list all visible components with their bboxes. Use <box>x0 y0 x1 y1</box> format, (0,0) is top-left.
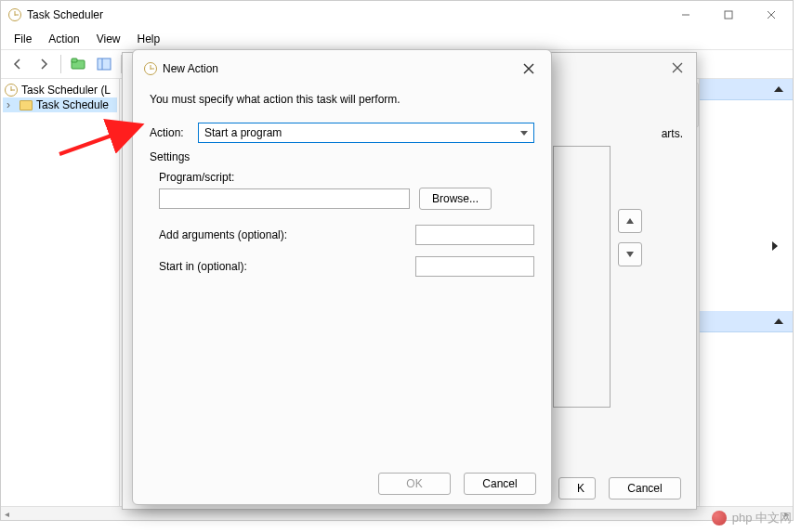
collapse-icon <box>774 318 783 324</box>
svg-rect-5 <box>72 58 77 62</box>
toolbar-folder-button[interactable] <box>67 53 89 75</box>
partial-text: arts. <box>662 127 683 140</box>
svg-marker-12 <box>626 252 634 257</box>
tree-library-label: Task Schedule <box>36 98 109 111</box>
new-action-dialog: New Action You must specify what action … <box>132 49 552 505</box>
chevron-down-icon <box>520 131 528 136</box>
action-select-value: Start a program <box>204 126 282 139</box>
window-title: Task Scheduler <box>27 8 103 21</box>
watermark: php 中文网 <box>712 510 792 526</box>
ok-button[interactable]: K <box>558 477 596 500</box>
svg-rect-6 <box>98 58 111 70</box>
nav-forward-button[interactable] <box>33 53 55 75</box>
actions-pane <box>699 79 793 506</box>
menu-help[interactable]: Help <box>130 31 168 47</box>
clock-icon <box>5 84 18 97</box>
menu-view[interactable]: View <box>89 31 128 47</box>
maximize-button[interactable] <box>707 1 750 29</box>
toolbar-separator <box>60 55 61 73</box>
clock-icon <box>144 62 157 75</box>
dialog-close-button[interactable] <box>518 58 540 80</box>
move-down-button[interactable] <box>618 242 642 266</box>
collapse-icon <box>774 86 783 92</box>
start-in-label: Start in (optional): <box>159 260 410 273</box>
menu-action[interactable]: Action <box>41 31 86 47</box>
close-button[interactable] <box>750 1 793 29</box>
action-select[interactable]: Start a program <box>198 123 534 143</box>
add-arguments-input[interactable] <box>415 225 534 245</box>
menubar: File Action View Help <box>1 29 793 49</box>
watermark-icon <box>712 511 727 526</box>
toolbar-pane-button[interactable] <box>93 53 115 75</box>
app-icon <box>8 8 21 21</box>
nav-back-button[interactable] <box>7 53 29 75</box>
browse-button[interactable]: Browse... <box>419 188 492 210</box>
start-in-input[interactable] <box>415 256 534 277</box>
cancel-button[interactable]: Cancel <box>609 477 681 500</box>
add-arguments-label: Add arguments (optional): <box>159 228 410 241</box>
nav-tree: Task Scheduler (L › Task Schedule <box>1 79 120 506</box>
folder-icon <box>20 100 33 110</box>
watermark-prefix: php <box>732 511 753 525</box>
tree-root-label: Task Scheduler (L <box>21 84 111 97</box>
titlebar: Task Scheduler <box>1 1 793 29</box>
actions-header-2[interactable] <box>700 311 793 332</box>
watermark-text: 中文网 <box>755 511 792 525</box>
dialog-close-button[interactable] <box>666 57 689 79</box>
chevron-right-icon: › <box>7 98 16 111</box>
svg-rect-1 <box>725 11 732 19</box>
tree-library[interactable]: › Task Schedule <box>3 97 117 112</box>
cancel-button[interactable]: Cancel <box>464 473 536 495</box>
program-script-label: Program/script: <box>159 171 534 184</box>
actions-listbox[interactable] <box>553 146 611 408</box>
dialog-intro-text: You must specify what action this task w… <box>150 93 534 106</box>
menu-file[interactable]: File <box>7 31 39 47</box>
ok-button[interactable]: OK <box>378 473 451 495</box>
dialog-title: New Action <box>163 62 218 75</box>
expand-icon <box>772 241 778 251</box>
tree-root[interactable]: Task Scheduler (L <box>3 83 117 97</box>
minimize-button[interactable] <box>664 1 707 29</box>
dialog-titlebar: New Action <box>133 50 551 87</box>
actions-header[interactable] <box>700 79 793 100</box>
settings-label: Settings <box>150 150 534 163</box>
svg-marker-11 <box>626 218 634 224</box>
action-label: Action: <box>150 126 190 139</box>
program-script-input[interactable] <box>159 188 410 209</box>
move-up-button[interactable] <box>618 209 642 233</box>
